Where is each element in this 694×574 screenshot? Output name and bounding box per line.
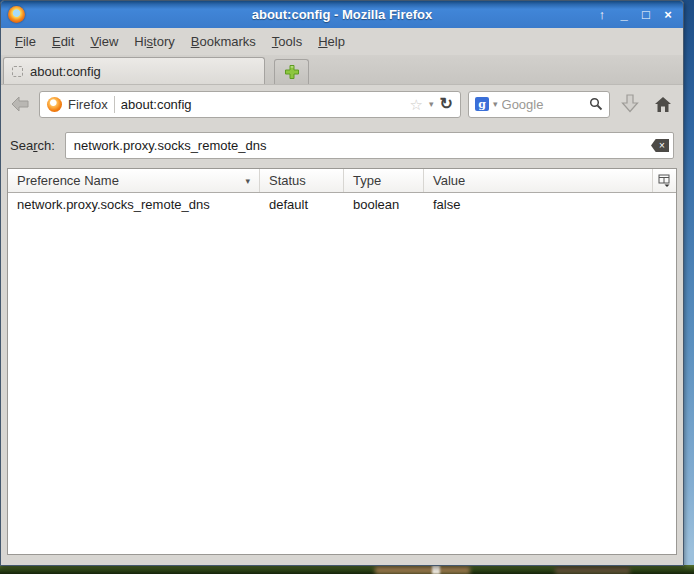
cell-value: false [424,197,676,212]
new-tab-button[interactable] [274,59,309,84]
preferences-table: Preference Name ▾ Status Type Value netw… [7,168,677,555]
download-arrow-icon [621,94,639,114]
web-search-box[interactable]: g ▾ [468,91,610,118]
reload-icon[interactable]: ↻ [440,96,453,112]
window-title: about:config - Mozilla Firefox [1,7,683,22]
back-button[interactable] [8,93,32,115]
shade-button[interactable]: ↑ [594,6,610,24]
search-label: Search: [10,138,55,153]
table-row[interactable]: network.proxy.socks_remote_dns default b… [8,193,676,215]
menu-tools[interactable]: Tools [264,31,310,52]
navigation-toolbar: Firefox about:config ☆ ▾ ↻ g ▾ [1,85,683,123]
google-engine-icon[interactable]: g [475,97,489,111]
back-arrow-icon [10,95,30,113]
tab-favicon-placeholder-icon [12,66,23,77]
maximize-button[interactable]: □ [638,6,654,24]
minimize-button[interactable]: _ [616,6,632,24]
menu-history[interactable]: History [126,31,182,52]
tab-bar: about:config [1,55,683,85]
wallpaper-object [375,565,470,574]
search-engine-dropdown-icon[interactable]: ▾ [493,100,498,109]
config-search-input[interactable] [65,132,674,159]
config-search-field: × [65,132,674,159]
tab-label: about:config [30,64,101,79]
home-icon [654,96,672,113]
cell-status: default [260,197,344,212]
window-controls: ↑ _ □ × [594,6,676,24]
wallpaper-object [555,565,630,574]
url-text[interactable]: about:config [121,97,404,112]
column-header-type[interactable]: Type [344,169,424,192]
firefox-window: about:config - Mozilla Firefox ↑ _ □ × F… [0,0,684,566]
site-identity-button[interactable]: Firefox [68,97,108,112]
urlbar-dropdown-icon[interactable]: ▾ [429,100,434,109]
urlbar-separator [114,96,115,113]
bookmark-star-icon[interactable]: ☆ [410,97,423,112]
column-header-preference-name[interactable]: Preference Name ▾ [8,169,260,192]
menu-file[interactable]: File [7,31,44,52]
menu-bookmarks[interactable]: Bookmarks [183,31,264,52]
tab-about-config[interactable]: about:config [3,57,265,84]
cell-preference-name: network.proxy.socks_remote_dns [8,197,260,212]
home-button[interactable] [650,92,676,116]
desktop-background: about:config - Mozilla Firefox ↑ _ □ × F… [0,0,694,574]
menu-view[interactable]: View [82,31,126,52]
menu-edit[interactable]: Edit [44,31,82,52]
magnifier-icon[interactable] [589,97,603,111]
column-header-status[interactable]: Status [260,169,344,192]
wallpaper-object [432,565,440,574]
column-header-value[interactable]: Value [424,169,653,192]
cell-type: boolean [344,197,424,212]
download-button[interactable] [617,92,643,116]
menubar: File Edit View History Bookmarks Tools H… [1,28,683,55]
close-button[interactable]: × [660,6,676,24]
firefox-site-icon [47,97,62,112]
column-picker-button[interactable] [653,169,676,192]
config-search-bar: Search: × [1,123,683,168]
table-header-row: Preference Name ▾ Status Type Value [8,169,676,193]
column-picker-icon [658,174,671,187]
desktop-wallpaper-grass [0,565,694,574]
url-bar[interactable]: Firefox about:config ☆ ▾ ↻ [39,91,461,118]
sort-descending-icon: ▾ [245,176,250,186]
menu-help[interactable]: Help [310,31,353,52]
firefox-logo-icon [8,6,25,23]
plus-icon [284,64,300,80]
titlebar[interactable]: about:config - Mozilla Firefox ↑ _ □ × [1,1,683,28]
web-search-input[interactable] [502,97,585,112]
